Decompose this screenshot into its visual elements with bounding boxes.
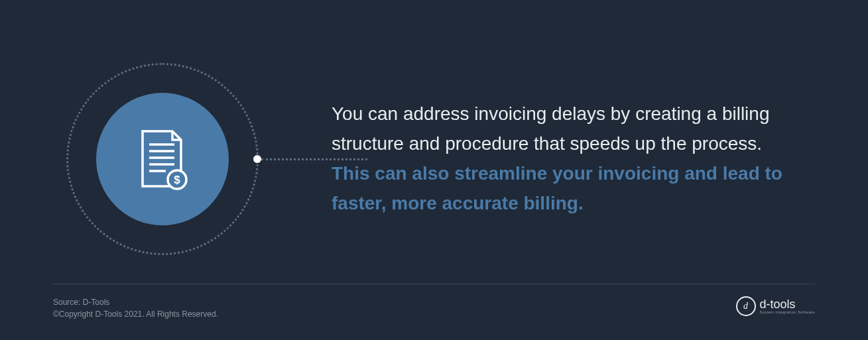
- footer-logo-section: d d-tools System Integration Software: [736, 296, 815, 316]
- copyright-text: ©Copyright D-Tools 2021. All Rights Rese…: [53, 308, 218, 320]
- source-text: Source: D-Tools: [53, 296, 218, 308]
- connector-dot: [253, 155, 261, 163]
- icon-badge-section: $: [66, 63, 259, 255]
- text-content: You can address invoicing delays by crea…: [298, 99, 815, 218]
- brand-logo: d d-tools System Integration Software: [736, 296, 815, 316]
- footer: Source: D-Tools ©Copyright D-Tools 2021.…: [53, 284, 815, 320]
- body-text-primary: You can address invoicing delays by crea…: [332, 103, 770, 154]
- invoice-dollar-icon: $: [136, 128, 189, 191]
- icon-circle: $: [96, 93, 229, 225]
- footer-attribution: Source: D-Tools ©Copyright D-Tools 2021.…: [53, 296, 218, 320]
- logo-tagline: System Integration Software: [760, 310, 815, 314]
- logo-text-block: d-tools System Integration Software: [760, 298, 815, 314]
- connector-line: [261, 158, 367, 160]
- body-text-highlight: This can also streamline your invoicing …: [332, 163, 782, 213]
- logo-brand-name: d-tools: [760, 298, 815, 310]
- svg-text:$: $: [174, 174, 180, 186]
- main-content: $ You can address invoicing delays by cr…: [0, 0, 868, 278]
- logo-circle-icon: d: [736, 296, 756, 316]
- logo-letter: d: [743, 301, 748, 312]
- body-paragraph: You can address invoicing delays by crea…: [332, 99, 788, 218]
